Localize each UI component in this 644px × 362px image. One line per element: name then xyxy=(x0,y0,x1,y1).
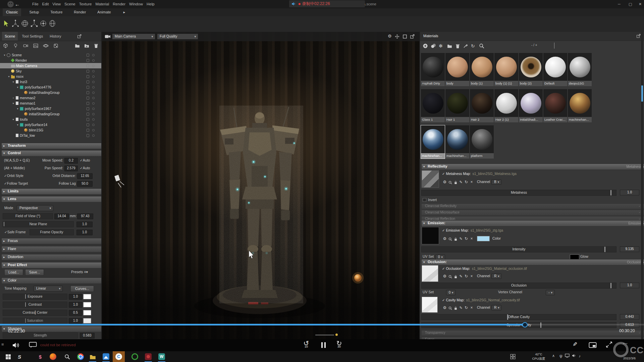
saturation-track[interactable]: Saturation xyxy=(3,318,67,324)
quality-select[interactable]: Full Quality▼ xyxy=(157,34,198,40)
lock-icon[interactable] xyxy=(453,305,458,310)
expander-icon[interactable]: ▾ xyxy=(16,86,19,89)
strength-field[interactable]: 0.583 xyxy=(80,333,95,339)
magnifier-icon[interactable] xyxy=(447,305,453,310)
refresh-icon[interactable]: ↻ xyxy=(464,179,469,185)
section-limits[interactable]: ▸Limits xyxy=(1,188,102,195)
refresh-icon[interactable]: ↻ xyxy=(471,43,475,49)
viewport-scale-dot[interactable] xyxy=(335,334,338,336)
close-icon[interactable]: × xyxy=(469,274,474,279)
fov-track[interactable]: Field of View (°) xyxy=(3,213,53,219)
add-backdrop-icon[interactable] xyxy=(33,43,39,49)
vertex-channel-select[interactable]: -▼ xyxy=(546,290,554,295)
annotate-pencil-icon[interactable]: ✎ xyxy=(571,342,578,346)
menu-edit[interactable]: Edit xyxy=(42,0,49,8)
add-light-icon[interactable] xyxy=(13,43,18,49)
safe-frame-toggle[interactable]: ✓Safe Frame xyxy=(4,229,26,235)
section-post-effect[interactable]: ▾Post Effect xyxy=(1,262,102,268)
playlist-icon[interactable]: ≡ xyxy=(1,342,4,347)
gear-icon[interactable]: ⚙ xyxy=(442,305,447,310)
expander-icon[interactable]: ▾ xyxy=(11,102,15,105)
follow-target-toggle[interactable]: ✓Follow Target xyxy=(4,181,28,186)
pause-button[interactable] xyxy=(320,342,327,349)
contrast-center-field[interactable]: 0.5 xyxy=(69,310,82,316)
add-turntable-icon[interactable] xyxy=(53,43,59,49)
refresh-icon[interactable]: ↻ xyxy=(464,274,469,279)
tree-item-polysurface14[interactable]: ▾ polySurface14 xyxy=(0,122,101,127)
section-occlusion[interactable]: ▾Occlusion:Occlusion ▾ xyxy=(421,259,644,265)
maximize-button[interactable]: ▢ xyxy=(629,0,632,8)
new-folder-icon[interactable] xyxy=(84,43,90,49)
tray-note-icon[interactable]: ♪ xyxy=(579,354,581,358)
section-color[interactable]: ▾Color xyxy=(1,278,102,284)
taskbar-start[interactable] xyxy=(2,351,14,362)
camera-select[interactable]: Main Camera▼ xyxy=(112,34,155,40)
tray-date[interactable]: 2022/3/6 xyxy=(623,356,636,360)
tree-item-polysurface1967[interactable]: ▾ polySurface1967 xyxy=(0,106,101,111)
ribbon-tab-classic[interactable]: Classic xyxy=(3,8,21,16)
menu-file[interactable]: File xyxy=(32,0,39,8)
tree-item-nsox[interactable]: ▾ nsox xyxy=(0,74,101,79)
taskbar-files-app[interactable] xyxy=(87,351,99,362)
lock-icon[interactable] xyxy=(453,179,458,185)
expander-icon[interactable]: ▾ xyxy=(3,54,6,57)
material-body-1-2[interactable]: body (1) xyxy=(470,53,494,86)
section-control[interactable]: ▾Control xyxy=(1,150,102,157)
tray-usb-icon[interactable]: ψ xyxy=(559,354,562,358)
expander-icon[interactable]: ▾ xyxy=(11,80,15,83)
close-button[interactable]: ✕ xyxy=(639,0,642,8)
panel-tab-history[interactable]: History xyxy=(47,32,64,41)
material-platform-16[interactable]: platform xyxy=(470,125,494,159)
pen-icon[interactable]: ✎ xyxy=(458,236,464,241)
cpu-temp-widget[interactable]: 42°CCPU温度 xyxy=(529,352,549,361)
ribbon-tab-setup[interactable]: Setup xyxy=(26,8,42,16)
taskbar-firefox[interactable] xyxy=(47,351,59,362)
material-glass-1-7[interactable]: Glass 1 xyxy=(421,89,445,122)
menu-scene[interactable]: Scene xyxy=(64,0,75,8)
more-options-icon[interactable]: ⋯ xyxy=(623,341,628,347)
viewport-3d[interactable]: Main Camera▼ Full Quality▼ ⚙ xyxy=(102,32,419,339)
magnifier-icon[interactable] xyxy=(447,179,453,185)
pan-speed-field[interactable]: 2.579 xyxy=(64,166,78,171)
near-plane-field[interactable]: 1.0 xyxy=(76,222,93,227)
occlusion-channel-select[interactable]: R▼ xyxy=(491,274,501,279)
menu-view[interactable]: View xyxy=(52,0,61,8)
exposure-track[interactable]: Exposure xyxy=(3,294,67,300)
menu-window[interactable]: Window xyxy=(129,0,143,8)
refresh-icon[interactable]: ↻ xyxy=(464,305,469,310)
folder-icon[interactable] xyxy=(447,43,452,50)
material-initialshadi-11[interactable]: InitialShadi... xyxy=(519,89,543,122)
taskbar-magnifier-app[interactable] xyxy=(61,351,73,362)
pen-icon[interactable]: ✎ xyxy=(458,179,464,185)
saturation-field[interactable]: 1.0 xyxy=(69,318,82,324)
volume-icon[interactable] xyxy=(12,342,20,349)
material-leather-crac-12[interactable]: Leather Crac... xyxy=(543,89,567,122)
contrast-center-color-swatch[interactable] xyxy=(83,310,91,315)
tree-item-toufa[interactable]: ▾ toufa xyxy=(0,117,101,122)
presets-button[interactable]: Presets ≡▾ xyxy=(71,269,88,275)
menu-texture[interactable]: Texture xyxy=(79,0,92,8)
forward-30-button[interactable]: ↺30 xyxy=(334,341,344,350)
tray-expand-icon[interactable]: ∧ xyxy=(552,354,555,358)
material-body-1[interactable]: body xyxy=(445,53,469,86)
contrast-field[interactable]: 1.0 xyxy=(69,302,82,308)
tree-item-ditai-low[interactable]: DiTai_low xyxy=(0,133,101,138)
section-distortion[interactable]: ▸Distortion xyxy=(1,254,102,260)
intensity-slider[interactable]: Intensity xyxy=(421,246,616,252)
contrast-track[interactable]: Contrast xyxy=(3,302,67,308)
emissive-map-thumbnail[interactable] xyxy=(422,227,439,244)
move-speed-field[interactable]: 0.2 xyxy=(64,158,78,164)
taskbar-cctalk[interactable]: C xyxy=(113,351,125,362)
tree-item-inzi3[interactable]: ▾ Inzi3 xyxy=(0,79,101,84)
tree-item-blinn1sg[interactable]: blinn1SG xyxy=(0,127,101,133)
lock-icon[interactable] xyxy=(453,236,458,241)
intensity-value[interactable]: 9.135 xyxy=(620,246,639,252)
section-extras[interactable]: Extras- ▾ xyxy=(421,337,644,339)
maximize-viewport-icon[interactable] xyxy=(402,34,407,39)
exposure-field[interactable]: 1.0 xyxy=(69,294,82,300)
tabs-overflow-icon[interactable]: ▸ xyxy=(120,8,129,16)
frame-opacity-field[interactable]: 1.0 xyxy=(76,230,93,235)
material-hair-2-9[interactable]: Hair 2 xyxy=(470,89,494,122)
taskbar-green-app[interactable] xyxy=(129,351,141,362)
pivot-tool[interactable] xyxy=(39,19,48,28)
